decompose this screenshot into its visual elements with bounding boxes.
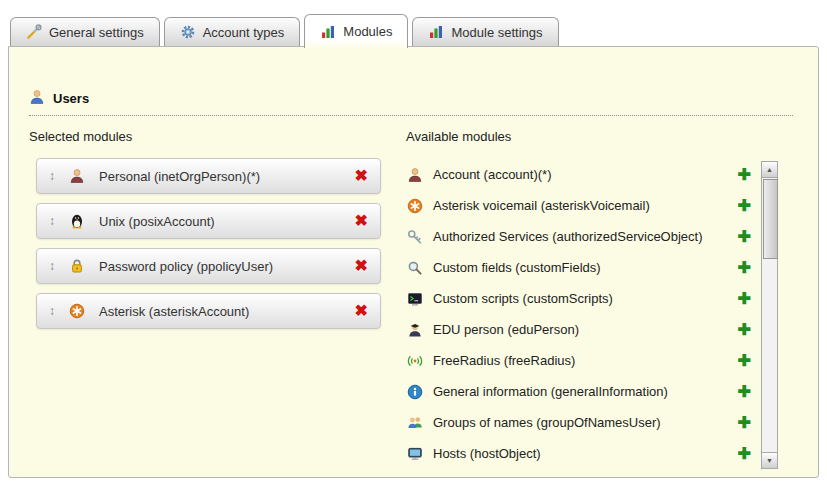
key-icon (407, 229, 423, 245)
module-label: EDU person (eduPerson) (433, 322, 579, 337)
remove-module-button[interactable]: ✖ (355, 213, 368, 229)
person-icon (407, 167, 423, 183)
gear-icon (180, 24, 196, 40)
selected-modules-list: ↕ Personal (inetOrgPerson)(*) ✖ ↕ (36, 158, 381, 329)
tab-bar: General settings Account types Modules (10, 17, 559, 48)
add-module-button[interactable]: ✚ (738, 322, 751, 338)
drag-handle[interactable]: ↕ (49, 260, 55, 272)
tools-icon (26, 24, 42, 40)
tab-account-types[interactable]: Account types (164, 17, 301, 46)
tab-label: Modules (343, 24, 392, 39)
available-module-row: FreeRadius (freeRadius) ✚ (407, 345, 755, 376)
module-label: Account (account)(*) (433, 167, 552, 182)
available-module-row: Authorized Services (authorizedServiceOb… (407, 221, 755, 252)
modules-panel: Users Selected modules Available modules… (8, 46, 819, 478)
tab-label: Module settings (451, 25, 542, 40)
drag-handle[interactable]: ↕ (49, 170, 55, 182)
available-modules-heading: Available modules (406, 129, 511, 144)
users-section-header: Users (29, 89, 793, 116)
asterisk-icon (407, 198, 423, 214)
lock-icon (69, 258, 85, 274)
asterisk-icon (69, 303, 85, 319)
available-module-row: General information (generalInformation)… (407, 376, 755, 407)
magnifier-icon (407, 260, 423, 276)
available-module-row: Groups of names (groupOfNamesUser) ✚ (407, 407, 755, 438)
terminal-icon (407, 291, 423, 307)
module-label: Asterisk (asteriskAccount) (99, 304, 249, 319)
add-module-button[interactable]: ✚ (738, 229, 751, 245)
module-label: Groups of names (groupOfNamesUser) (433, 415, 661, 430)
chart-icon (428, 24, 444, 40)
available-module-row: Custom fields (customFields) ✚ (407, 252, 755, 283)
tux-icon (69, 213, 85, 229)
add-module-button[interactable]: ✚ (738, 353, 751, 369)
section-title: Users (53, 91, 89, 106)
lam-configuration-page: General settings Account types Modules (0, 0, 827, 487)
edu-person-icon (407, 322, 423, 338)
add-module-button[interactable]: ✚ (738, 198, 751, 214)
available-module-row: Asterisk voicemail (asteriskVoicemail) ✚ (407, 190, 755, 221)
remove-module-button[interactable]: ✖ (355, 258, 368, 274)
add-module-button[interactable]: ✚ (738, 446, 751, 462)
tab-general-settings[interactable]: General settings (10, 17, 160, 46)
available-module-row: Custom scripts (customScripts) ✚ (407, 283, 755, 314)
module-label: FreeRadius (freeRadius) (433, 353, 575, 368)
add-module-button[interactable]: ✚ (738, 415, 751, 431)
person-icon (69, 168, 85, 184)
available-module-row: Hosts (hostObject) ✚ (407, 438, 755, 469)
module-label: Asterisk voicemail (asteriskVoicemail) (433, 198, 650, 213)
tab-label: Account types (203, 25, 285, 40)
user-icon (29, 89, 45, 108)
drag-handle[interactable]: ↕ (49, 305, 55, 317)
module-label: Password policy (ppolicyUser) (99, 259, 273, 274)
module-label: Custom scripts (customScripts) (433, 291, 613, 306)
scroll-down-button[interactable]: ▼ (762, 452, 777, 468)
add-module-button[interactable]: ✚ (738, 260, 751, 276)
tab-modules[interactable]: Modules (304, 14, 408, 48)
add-module-button[interactable]: ✚ (738, 167, 751, 183)
module-label: Authorized Services (authorizedServiceOb… (433, 229, 703, 244)
available-modules-list: Account (account)(*) ✚ Asterisk voicemai… (407, 159, 755, 469)
available-module-row: EDU person (eduPerson) ✚ (407, 314, 755, 345)
group-icon (407, 415, 423, 431)
module-label: General information (generalInformation) (433, 384, 668, 399)
module-label: Hosts (hostObject) (433, 446, 541, 461)
selected-module-row: ↕ Asterisk (asteriskAccount) ✖ (36, 293, 381, 329)
drag-handle[interactable]: ↕ (49, 215, 55, 227)
info-icon (407, 384, 423, 400)
selected-module-row: ↕ Personal (inetOrgPerson)(*) ✖ (36, 158, 381, 194)
tab-label: General settings (49, 25, 144, 40)
available-modules-scrollbar[interactable]: ▲ ▼ (761, 161, 778, 469)
module-label: Custom fields (customFields) (433, 260, 601, 275)
available-module-row: Account (account)(*) ✚ (407, 159, 755, 190)
computer-icon (407, 446, 423, 462)
remove-module-button[interactable]: ✖ (355, 168, 368, 184)
add-module-button[interactable]: ✚ (738, 291, 751, 307)
tab-module-settings[interactable]: Module settings (412, 17, 558, 46)
antenna-icon (407, 353, 423, 369)
module-label: Unix (posixAccount) (99, 214, 215, 229)
selected-module-row: ↕ Password policy (ppolicyUser) ✖ (36, 248, 381, 284)
selected-modules-heading: Selected modules (29, 129, 132, 144)
module-label: Personal (inetOrgPerson)(*) (99, 169, 260, 184)
scroll-up-button[interactable]: ▲ (762, 162, 777, 178)
scroll-thumb[interactable] (763, 179, 778, 259)
remove-module-button[interactable]: ✖ (355, 303, 368, 319)
selected-module-row: ↕ Unix (posixAccount) ✖ (36, 203, 381, 239)
chart-icon (320, 24, 336, 40)
add-module-button[interactable]: ✚ (738, 384, 751, 400)
